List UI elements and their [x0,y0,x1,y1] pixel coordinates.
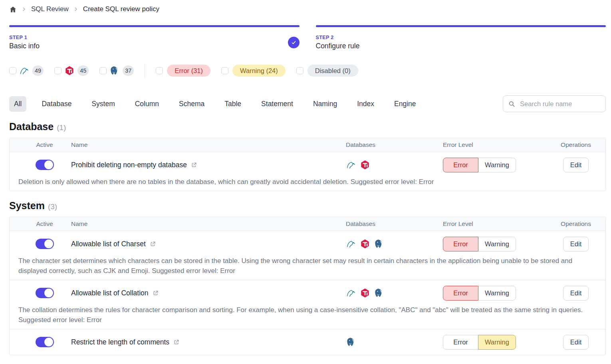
active-toggle[interactable] [36,288,54,298]
rule-entry: Allowable list of Collation Error Warnin… [10,280,605,329]
rule-name: Allowable list of Collation [71,289,149,297]
column-header-active: Active [27,220,62,228]
rule-description: The collation determines the rules for c… [10,305,605,329]
chevron-right-icon [21,6,27,12]
edit-button[interactable]: Edit [563,158,589,172]
operations-cell: Edit [546,237,605,251]
rule-name: Allowable list of Charset [71,240,146,248]
tab-all[interactable]: All [9,96,26,112]
search-rule-box[interactable] [503,95,606,112]
disabled-level-filter[interactable]: Disabled (0) [296,65,358,77]
level-checkbox[interactable] [156,67,163,74]
tab-system[interactable]: System [87,96,119,112]
error-level-error-button[interactable]: Error [443,335,478,350]
active-toggle[interactable] [36,239,54,249]
rule-description: The character set determines which chara… [10,256,605,280]
tidb-engine-filter[interactable]: 45 [54,65,89,76]
step-2[interactable]: STEP 2 Configure rule [316,25,606,50]
sql-review-policy-page: SQL Review Create SQL review policy STEP… [0,0,611,355]
rule-table: ActiveNameDatabasesError LevelOperations… [9,217,606,355]
tab-engine[interactable]: Engine [389,96,421,112]
name-cell: Restrict the length of comments [62,338,337,346]
mysql-icon [346,160,356,170]
rule-engines [337,337,434,347]
section-title: Database(1) [9,121,606,133]
tab-column[interactable]: Column [130,96,164,112]
error-level-warning-button[interactable]: Warning [478,286,516,301]
step-completed-check-icon [288,37,300,48]
home-icon[interactable] [9,6,17,13]
section-count: (3) [48,202,57,211]
edit-button[interactable]: Edit [563,335,589,350]
column-header-name: Name [62,141,337,148]
category-tabs: AllDatabaseSystemColumnSchemaTableStatem… [9,96,421,112]
name-cell: Allowable list of Collation [62,289,337,297]
tab-table[interactable]: Table [220,96,246,112]
tidb-icon [360,288,370,298]
step-1[interactable]: STEP 1 Basic info [9,25,300,50]
operations-cell: Edit [546,286,605,301]
active-cell [27,337,62,347]
table-body: Allowable list of Charset Error Warning … [10,231,605,355]
rule-name: Restrict the length of comments [71,338,169,346]
tab-schema[interactable]: Schema [174,96,209,112]
tab-statement[interactable]: Statement [256,96,298,112]
table-body: Prohibit deleting non-empty database Err… [10,152,605,191]
search-input[interactable] [519,100,601,108]
rule-table: ActiveNameDatabasesError LevelOperations… [9,138,606,191]
breadcrumb-sql-review[interactable]: SQL Review [31,5,69,13]
warning-level-filter[interactable]: Warning (24) [221,65,286,77]
external-link-icon[interactable] [152,290,159,297]
error-level-warning-button[interactable]: Warning [478,158,516,172]
edit-button[interactable]: Edit [563,286,589,301]
postgres-icon [109,65,120,76]
tab-naming[interactable]: Naming [308,96,342,112]
engine-checkbox[interactable] [9,67,16,74]
error-level-cell: Error Warning [434,158,546,172]
error-level-warning-button[interactable]: Warning [478,335,516,350]
column-header-databases: Databases [337,141,434,148]
error-level-warning-button[interactable]: Warning [478,237,516,251]
column-header-operations: Operations [546,141,605,148]
error-level-cell: Error Warning [434,335,546,350]
error-level-toggle: Error Warning [443,158,516,172]
section-database: Database(1) ActiveNameDatabasesError Lev… [9,121,606,191]
step-1-progress-bar [9,25,300,27]
step-1-eyebrow: STEP 1 [9,35,40,40]
mysql-engine-filter[interactable]: 49 [9,65,44,76]
external-link-icon[interactable] [173,339,180,346]
tab-database[interactable]: Database [37,96,76,112]
postgres-icon [374,239,384,249]
toggle-knob [44,289,53,297]
level-checkbox[interactable] [221,67,228,74]
level-checkbox[interactable] [296,67,304,74]
active-cell [27,239,62,249]
engine-checkbox[interactable] [99,67,107,74]
mysql-icon [346,288,356,298]
rule-engines [337,239,434,249]
filter-divider [145,63,145,78]
error-level-error-button[interactable]: Error [443,286,478,301]
rule-entry: Prohibit deleting non-empty database Err… [10,152,605,191]
mysql-icon [19,65,30,76]
tab-index[interactable]: Index [352,96,379,112]
operations-cell: Edit [546,335,605,350]
section-system: System(3) ActiveNameDatabasesError Level… [9,200,606,355]
edit-button[interactable]: Edit [563,237,589,251]
active-toggle[interactable] [36,160,54,170]
external-link-icon[interactable] [149,241,156,247]
engine-checkbox[interactable] [54,67,61,74]
external-link-icon[interactable] [190,162,197,168]
active-toggle[interactable] [36,337,54,347]
engine-count-badge: 49 [32,65,44,76]
error-level-error-button[interactable]: Error [443,158,478,172]
error-level-filter[interactable]: Error (31) [156,65,210,77]
toggle-knob [44,239,53,248]
error-level-error-button[interactable]: Error [443,237,478,251]
postgres-engine-filter[interactable]: 37 [99,65,134,76]
section-title: System(3) [9,200,606,212]
engine-filters: 49 45 37 [9,65,134,76]
category-toolbar: AllDatabaseSystemColumnSchemaTableStatem… [9,95,606,112]
column-header-error-level: Error Level [434,141,546,148]
section-name: Database [9,121,54,133]
